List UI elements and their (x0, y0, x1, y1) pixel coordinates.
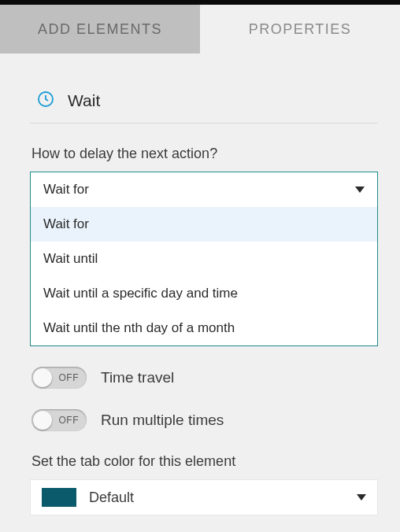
delay-label: How to delay the next action? (31, 146, 378, 162)
properties-panel: Wait How to delay the next action? Wait … (0, 54, 400, 515)
toggle-run-multiple-label: Run multiple times (101, 412, 224, 429)
toggle-time-travel-row: OFF Time travel (31, 367, 378, 389)
toggle-knob (33, 368, 52, 387)
tab-label: ADD ELEMENTS (38, 21, 162, 38)
toggle-state: OFF (59, 372, 80, 383)
toggle-run-multiple[interactable]: OFF (31, 409, 87, 431)
toggle-run-multiple-row: OFF Run multiple times (31, 409, 378, 431)
delay-select[interactable]: Wait for Wait for Wait until Wait until … (30, 172, 378, 346)
toggle-time-travel[interactable]: OFF (31, 367, 87, 389)
tab-add-elements[interactable]: ADD ELEMENTS (0, 5, 200, 54)
delay-select-current[interactable]: Wait for (31, 172, 377, 207)
color-select[interactable]: Default (30, 479, 378, 515)
delay-option[interactable]: Wait for (31, 207, 377, 242)
color-selected-label: Default (89, 490, 344, 506)
toggle-knob (33, 411, 52, 430)
chevron-down-icon (357, 494, 366, 501)
tab-label: PROPERTIES (249, 21, 352, 38)
delay-selected-value: Wait for (43, 182, 89, 198)
tab-bar: ADD ELEMENTS PROPERTIES (0, 5, 400, 54)
tab-properties[interactable]: PROPERTIES (200, 5, 400, 54)
toggle-time-travel-label: Time travel (101, 369, 174, 386)
section-header: Wait (30, 76, 378, 124)
delay-option[interactable]: Wait until a specific day and time (31, 276, 377, 311)
toggle-state: OFF (59, 415, 80, 426)
color-label: Set the tab color for this element (31, 453, 378, 470)
delay-option[interactable]: Wait until (31, 242, 377, 276)
color-swatch (42, 488, 76, 507)
delay-option[interactable]: Wait until the nth day of a month (31, 311, 377, 345)
section-title: Wait (68, 91, 100, 110)
chevron-down-icon (355, 187, 365, 193)
clock-icon (36, 90, 55, 112)
